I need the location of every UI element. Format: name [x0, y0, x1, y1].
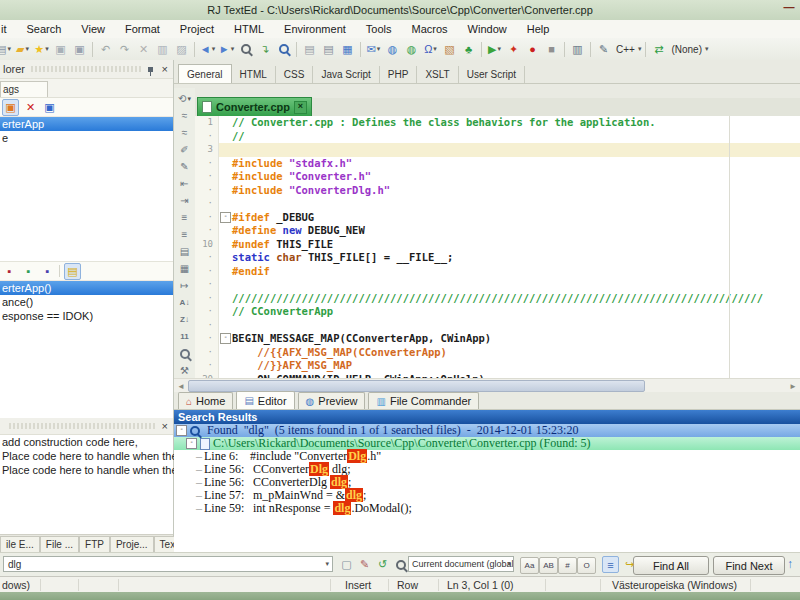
search-option-o[interactable]: O [577, 557, 596, 574]
quick-find-button[interactable] [392, 556, 409, 573]
email-button[interactable]: ✉▾ [364, 40, 383, 58]
open-file-button[interactable]: ▰▾ [13, 40, 32, 58]
scroll-right-arrow[interactable]: ► [786, 382, 800, 391]
tab-css[interactable]: CSS [276, 66, 314, 83]
collapse-icon[interactable]: - [176, 425, 187, 436]
title-bar[interactable]: RJ TextEd - C:\Users\Rickard\Documents\S… [0, 0, 800, 20]
search-option-ab[interactable]: AB [539, 557, 558, 574]
list-item[interactable]: erterApp() [0, 281, 173, 295]
menu-view[interactable]: View [71, 23, 115, 35]
favorites-button[interactable]: ★▾ [32, 40, 51, 58]
menu-format[interactable]: Format [115, 23, 170, 35]
explorer-close-icon[interactable]: × [162, 64, 168, 74]
new-search-button[interactable]: ▢ [338, 556, 355, 573]
sort-descending-button[interactable]: Z↓ [176, 311, 193, 328]
menu-html[interactable]: HTML [224, 23, 274, 35]
minimize-button[interactable]: — [782, 2, 796, 14]
browser-preview-2-button[interactable]: ◍ [402, 40, 421, 58]
todo-item[interactable]: Place code here to handle when the · [0, 463, 173, 477]
new-file-button[interactable]: ▤▾ [0, 40, 13, 58]
search-up-icon[interactable]: ↑ [787, 557, 793, 571]
tree-item[interactable]: e [0, 131, 173, 145]
tab-preview[interactable]: ◍Preview [298, 392, 366, 409]
search-match-row[interactable]: –Line 59: int nResponse = dlg.DoModal(); [174, 502, 800, 515]
menu-search[interactable]: Search [17, 23, 72, 35]
highlighter-pen-button[interactable]: ✎ [594, 40, 613, 58]
sidebar-tab-proje[interactable]: Proje... [110, 536, 154, 552]
find-button[interactable] [236, 40, 255, 58]
sync-target-selector[interactable]: (None)▾ [668, 40, 709, 58]
delete-tags-button[interactable]: ✕ [23, 100, 38, 115]
fold-toggle-icon[interactable]: - [220, 212, 231, 223]
indent-increase-button[interactable]: ⇥ [176, 192, 193, 209]
navigate-forward-button[interactable]: ►▾ [217, 40, 236, 58]
menu-it[interactable]: it [0, 23, 17, 35]
tag-settings-button[interactable]: ▣ [42, 100, 57, 115]
print-preview-button[interactable]: ▤ [319, 40, 338, 58]
todo-close-icon[interactable]: × [162, 421, 168, 431]
split-view-button[interactable]: ▥ [568, 40, 587, 58]
sort-ascending-button[interactable]: A↓ [176, 294, 193, 311]
menu-tools[interactable]: Tools [356, 23, 402, 35]
pin-icon[interactable] [148, 67, 153, 72]
show-comments-button[interactable]: ▤ [64, 263, 81, 280]
goto-button[interactable]: ↴ [255, 40, 274, 58]
menu-macros[interactable]: Macros [402, 23, 458, 35]
filter-members-button[interactable]: ▪ [40, 264, 55, 279]
redo-button[interactable]: ↷ [115, 40, 134, 58]
save-button[interactable]: ▣ [51, 40, 70, 58]
tab-html[interactable]: HTML [232, 66, 276, 83]
scroll-left-arrow[interactable]: ◄ [174, 382, 188, 391]
menu-window[interactable]: Window [458, 23, 517, 35]
run-button[interactable]: ▶▾ [485, 40, 504, 58]
search-option-aa[interactable]: Aa [520, 557, 539, 574]
refresh-search-button[interactable]: ↺ [374, 556, 391, 573]
collapse-icon[interactable]: - [186, 438, 197, 449]
chevron-down-icon[interactable]: ▾ [325, 560, 329, 568]
tab-close-icon[interactable]: × [294, 101, 307, 114]
grid-button[interactable]: ▦ [176, 260, 193, 277]
insert-button[interactable]: ↦ [176, 277, 193, 294]
find-in-files-button[interactable] [274, 40, 293, 58]
syntax-selector[interactable]: C++▾ [613, 40, 642, 58]
fold-toggle-icon[interactable]: - [220, 333, 231, 344]
find-next-button[interactable]: Find Next [713, 556, 785, 575]
snippets-button[interactable]: ▧ [440, 40, 459, 58]
tab-general[interactable]: General [178, 64, 232, 83]
record-macro-button[interactable]: ● [523, 40, 542, 58]
tab-editor[interactable]: ▤Editor [236, 391, 294, 409]
list-item[interactable]: ance() [0, 295, 173, 309]
navigate-back-button[interactable]: ◄▾ [198, 40, 217, 58]
refresh-button[interactable]: ⟲▾ [176, 90, 193, 107]
special-chars-button[interactable]: Ω▾ [421, 40, 440, 58]
menu-help[interactable]: Help [517, 23, 560, 35]
code-editor[interactable]: 1// Converter.cpp : Defines the class be… [195, 116, 800, 378]
indent-decrease-button[interactable]: ⇤ [176, 175, 193, 192]
menu-environment[interactable]: Environment [274, 23, 356, 35]
delete-button[interactable]: ✕ [134, 40, 153, 58]
tag-filter-button[interactable]: ▣ [2, 99, 19, 116]
tab-user-script[interactable]: User Script [459, 66, 525, 83]
duplicate-button[interactable]: ▤ [176, 243, 193, 260]
tab-file-commander[interactable]: ▥File Commander [368, 392, 479, 409]
sidebar-tab-ilee[interactable]: ile E... [0, 536, 40, 552]
search-scope-combo[interactable]: Current document (global) ▾ [408, 556, 514, 572]
save-all-button[interactable]: ▣ [70, 40, 89, 58]
undo-button[interactable]: ↶ [96, 40, 115, 58]
bookmark-results-button[interactable]: ↪ [621, 556, 638, 573]
browser-preview-button[interactable]: ◍ [383, 40, 402, 58]
highlight-matches-button[interactable]: ✎ [356, 556, 373, 573]
search-option-#[interactable]: # [558, 557, 577, 574]
plugins-button[interactable]: ♣ [459, 40, 478, 58]
tab-converter-cpp[interactable]: Converter.cpp × [197, 97, 312, 116]
tab-java-script[interactable]: Java Script [313, 66, 379, 83]
zoom-button[interactable] [176, 345, 193, 362]
menu-project[interactable]: Project [170, 23, 224, 35]
filter-classes-button[interactable]: ▪ [2, 264, 17, 279]
copy-button[interactable]: ▥ [153, 40, 172, 58]
line-tools-button[interactable]: 11 [176, 328, 193, 345]
results-list-toggle[interactable]: ≡ [602, 556, 619, 573]
list-format-button[interactable]: ≡ [176, 209, 193, 226]
stop-macro-button[interactable]: ■ [542, 40, 561, 58]
todo-item[interactable]: Place code here to handle when the · [0, 449, 173, 463]
